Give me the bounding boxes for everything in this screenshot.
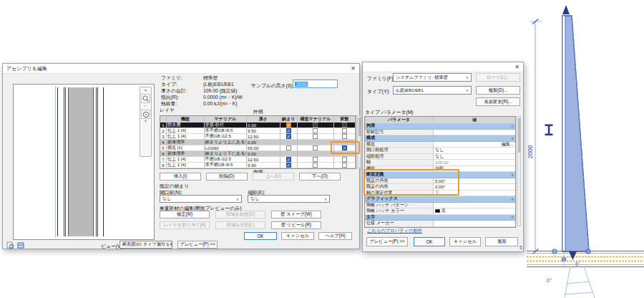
- param-row[interactable]: 幅109.00: [365, 160, 515, 166]
- divider-arrows-icon[interactable]: ‹ ›: [144, 103, 147, 107]
- preview-zoom-icon[interactable]: [6, 241, 14, 249]
- sample-height-input[interactable]: 2000: [293, 80, 338, 88]
- param-value[interactable]: 5.00°: [434, 178, 515, 185]
- param-row[interactable]: 構造編集...: [365, 142, 515, 148]
- layer-material[interactable]: 不燃GB t12.5: [205, 134, 248, 140]
- insert-button[interactable]: 挿入(I): [160, 173, 201, 181]
- preview-toggle-button[interactable]: プレビュー(P) >>: [177, 241, 218, 249]
- layer-thickness[interactable]: 12.50: [247, 157, 280, 163]
- structural-checkbox[interactable]: [313, 163, 318, 168]
- base-grip[interactable]: [586, 249, 590, 254]
- section-row[interactable]: 拘束∧: [365, 123, 515, 130]
- pan-tool-button[interactable]: [141, 110, 150, 119]
- wraps-checkbox[interactable]: ✓: [286, 163, 291, 168]
- dimension-grip-icon[interactable]: [545, 125, 553, 136]
- move-down-button[interactable]: 下へ(O): [299, 173, 341, 181]
- param-value[interactable]: 黒: [434, 208, 515, 215]
- layer-material[interactable]: 塗膜-吹付: [205, 122, 248, 128]
- variable-checkbox[interactable]: [342, 157, 347, 162]
- param-row-exterior-angle[interactable]: 既定の外角5.00°: [365, 178, 515, 185]
- section-row[interactable]: 文字∧: [365, 215, 515, 221]
- view-select[interactable]: 断面図(D) タイプ属性を修正∨: [119, 241, 172, 249]
- preview-settings-icon[interactable]: [17, 241, 25, 249]
- wraps-checkbox[interactable]: ✓: [286, 128, 291, 133]
- layer-row[interactable]: 8 仕上 1 [4] 準不燃GB t9.5 9.50 ✓: [160, 163, 356, 168]
- wall-reveals-button[interactable]: 壁 リビール(R): [271, 221, 321, 229]
- param-value[interactable]: なし: [434, 148, 515, 154]
- type-properties-titlebar[interactable]: ✕: [363, 62, 523, 72]
- structural-checkbox[interactable]: [313, 157, 318, 162]
- variable-checkbox[interactable]: [342, 163, 347, 168]
- layer-thickness[interactable]: 0.00: [247, 122, 280, 128]
- core-boundary-row[interactable]: 6 躯体境界 納まりより下にあるレイ 0.00: [160, 151, 356, 157]
- modify-button[interactable]: 修正(M): [160, 211, 210, 218]
- layer-material[interactable]: 準不燃GB t9.5: [205, 128, 248, 134]
- layer-material[interactable]: LGS90: [205, 145, 248, 151]
- type-select[interactable]: (L規)EB1/EB1∨: [393, 86, 472, 95]
- layer-thickness[interactable]: 12.50: [247, 134, 280, 140]
- wraps-checkbox[interactable]: [286, 145, 291, 150]
- scroll-down-icon[interactable]: ▼: [144, 119, 147, 123]
- close-icon[interactable]: ✕: [351, 66, 356, 72]
- layer-material[interactable]: 準不燃GB t9.5: [205, 163, 248, 168]
- down-arrow-icon[interactable]: [569, 251, 577, 260]
- tapered-wall-body[interactable]: [562, 16, 589, 251]
- core-boundary-row[interactable]: 4 躯体境界 納まりより上にあるレイ 0.00: [160, 140, 356, 145]
- variable-checkbox[interactable]: [342, 128, 347, 133]
- layer-row[interactable]: 2 仕上 1 [4] 準不燃GB t9.5 9.50 ✓: [160, 128, 356, 134]
- variable-checkbox[interactable]: [342, 134, 347, 139]
- param-row-interior-angle[interactable]: 既定の内角0.00°: [365, 184, 515, 191]
- param-row[interactable]: 簡略 ハッチ カラー黒: [365, 208, 515, 215]
- param-value[interactable]: [434, 203, 515, 209]
- wraps-checkbox[interactable]: ✓: [286, 122, 291, 128]
- structural-checkbox[interactable]: [313, 134, 318, 139]
- layer-row[interactable]: 5 構造 [1] LGS90 65.00 ✓: [160, 145, 356, 151]
- layer-thickness[interactable]: 65.00: [247, 145, 280, 151]
- scroll-up-icon[interactable]: ▲: [144, 87, 147, 92]
- layer-row[interactable]: 1 防水層 塗膜-吹付 0.00 ✓: [160, 122, 356, 128]
- param-value[interactable]: 0.00°: [434, 184, 515, 191]
- section-row[interactable]: 構成∧: [365, 135, 515, 142]
- param-row[interactable]: 簡略 ハッチ パターン: [365, 203, 515, 209]
- preview-toggle-button[interactable]: プレビュー(P) >>: [366, 237, 408, 246]
- cancel-button[interactable]: キャンセル: [449, 237, 481, 246]
- layer-row[interactable]: 7 仕上 1 [4] 不燃GB t12.5 12.50 ✓: [160, 157, 356, 163]
- zoom-tool-button[interactable]: [141, 94, 150, 103]
- section-row-cross-section[interactable]: 断面定義∧: [365, 172, 515, 178]
- structural-checkbox[interactable]: [313, 122, 318, 128]
- layer-thickness[interactable]: 9.50: [247, 128, 280, 134]
- delete-button[interactable]: 削除(D): [206, 173, 248, 181]
- ok-button[interactable]: OK: [414, 237, 445, 246]
- wraps-checkbox[interactable]: ✓: [286, 134, 291, 139]
- edit-assembly-titlebar[interactable]: アセンブリを編集 ✕: [3, 64, 359, 74]
- variable-checkbox[interactable]: ✓: [342, 145, 347, 150]
- structural-checkbox[interactable]: [313, 145, 318, 150]
- param-value[interactable]: なし: [434, 154, 515, 160]
- param-row[interactable]: 開口部処理なし: [365, 148, 515, 154]
- layers-table-scrollbar[interactable]: [357, 115, 361, 168]
- layer-thickness[interactable]: 9.50: [247, 163, 280, 168]
- merge-regions-button[interactable]: 領域を結合(G): [215, 211, 265, 218]
- section-row[interactable]: グラフィックス∧: [365, 196, 515, 203]
- param-row[interactable]: 機能内部: [365, 166, 515, 173]
- move-up-button[interactable]: 上へ(U): [253, 173, 294, 181]
- param-value[interactable]: 上: [434, 191, 515, 197]
- ok-button[interactable]: OK: [244, 232, 277, 240]
- help-button[interactable]: ヘルプ(H): [318, 232, 352, 240]
- at-ends-select[interactable]: なし∨: [248, 195, 330, 203]
- cancel-button[interactable]: キャンセル: [281, 232, 314, 240]
- family-select[interactable]: システムファミリ: 標準壁∨: [393, 73, 472, 82]
- structure-edit-button[interactable]: 編集...: [434, 142, 515, 148]
- assign-layers-button[interactable]: レイヤを割り当て(A): [160, 221, 210, 229]
- param-row[interactable]: 仕様 メーカー: [365, 221, 515, 227]
- wraps-checkbox[interactable]: ✓: [286, 157, 291, 162]
- split-region-button[interactable]: 領域を分割(L): [215, 221, 265, 229]
- param-value[interactable]: [434, 130, 515, 136]
- param-value[interactable]: [434, 221, 515, 227]
- top-arrow-icon[interactable]: [562, 5, 570, 14]
- at-inserts-select[interactable]: なし∨: [160, 195, 242, 203]
- param-row[interactable]: 部材記号: [365, 130, 515, 136]
- wall-sweeps-button[interactable]: 壁 スイープ(W): [271, 211, 321, 218]
- param-row[interactable]: 端部処理なし: [365, 154, 515, 160]
- structural-checkbox[interactable]: [313, 128, 318, 133]
